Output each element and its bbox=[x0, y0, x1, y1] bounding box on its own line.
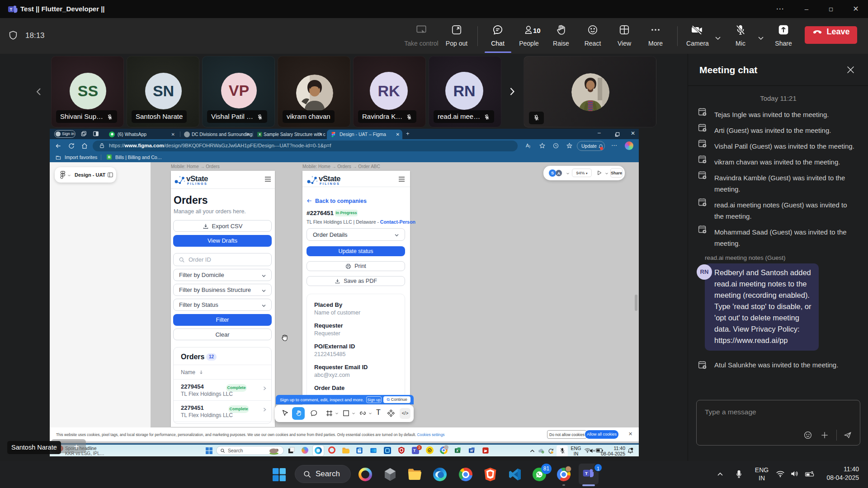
svg-text:T: T bbox=[585, 471, 588, 476]
svg-text:T: T bbox=[10, 7, 13, 12]
svg-text:X: X bbox=[259, 133, 261, 136]
svg-text:W: W bbox=[470, 449, 473, 452]
svg-text:B: B bbox=[108, 155, 110, 159]
svg-text:X: X bbox=[456, 449, 458, 452]
